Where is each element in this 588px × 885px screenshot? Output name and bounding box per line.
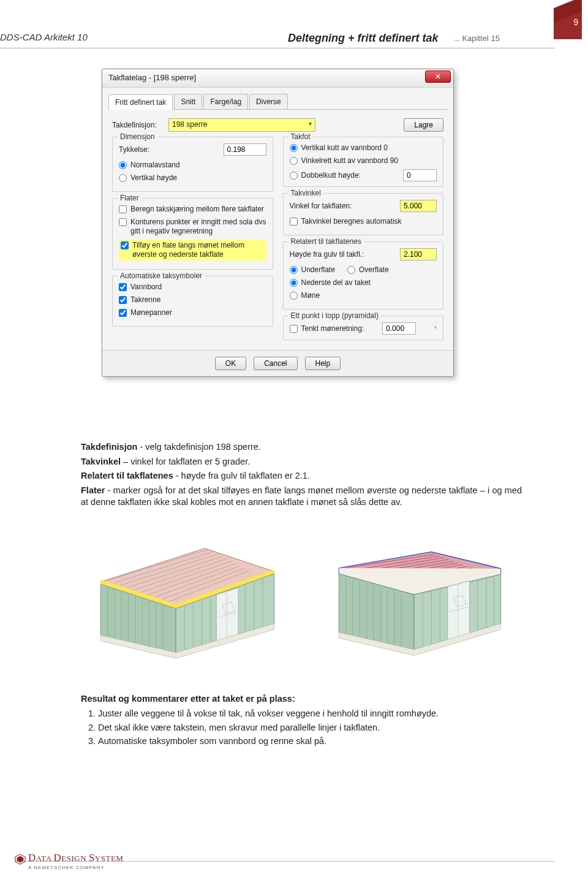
svg-marker-61 [448,581,470,641]
underflate-radio[interactable]: Underflate [290,265,335,275]
relatert-title: Relatert til takflatenes [288,237,364,246]
takflatelag-dialog: Takflatelag - [198 sperre] ✕ Fritt defin… [102,69,454,377]
hoyde-label: Høyde fra gulv til takfl.: [290,250,364,259]
shed-left [83,533,292,662]
tab-diverse[interactable]: Diverse [249,94,288,109]
description-text: Takdefinisjon - velg takdefinisjon 198 s… [81,441,522,511]
results-text: Resultat og kommentarer etter at taket e… [81,693,522,748]
takvinkel-title: Takvinkel [288,189,323,197]
logo-icon [15,854,26,865]
takvinkel-auto-checkbox[interactable]: Takvinkel beregnes automatisk [290,217,437,226]
nederste-radio[interactable]: Nederste del av taket [290,278,437,287]
vinkelrett-kutt-90-radio[interactable]: Vinkelrett kutt av vannbord 90 [290,156,437,165]
dialog-titlebar[interactable]: Takflatelag - [198 sperre] ✕ [102,69,453,88]
cancel-button[interactable]: Cancel [254,357,297,370]
result-item-2: Det skal ikke være takstein, men skravur… [98,721,522,734]
takrenne-checkbox[interactable]: Takrenne [119,295,266,305]
lagre-button[interactable]: Lagre [404,118,443,132]
shed-illustrations [83,533,518,662]
header-rule [0,48,555,48]
dimensjon-group: Dimensjon Tykkelse: Normalavstand Vertik… [112,137,273,192]
vertikal-hoyde-radio[interactable]: Vertikal høyde [119,173,266,183]
svg-marker-67 [17,856,24,863]
ok-button[interactable]: OK [215,357,246,370]
close-button[interactable]: ✕ [425,70,451,83]
mone-radio[interactable]: Møne [290,291,437,300]
shed-right [310,533,518,662]
takdefinisjon-row: Takdefinisjon: 198 sperre Lagre [112,118,443,132]
flater-title: Flater [118,194,141,202]
page-number: 9 [573,17,578,27]
logo-subtitle: A NEMETSCHEK COMPANY [28,865,123,870]
tilfoy-checkbox[interactable]: Tilføy en flate langs mønet mellom øvers… [119,240,266,260]
vinkel-input[interactable] [400,200,437,212]
normalavstand-radio[interactable]: Normalavstand [119,161,266,170]
result-item-1: Juster alle veggene til å vokse til tak,… [98,707,522,720]
pyramidal-group: Ett punkt i topp (pyramidal) Tenkt møner… [283,316,444,340]
takfot-group: Takfot Vertikal kutt av vannbord 0 Vinke… [283,137,444,187]
overflate-radio[interactable]: Overflate [347,265,389,275]
header-title: Deltegning + fritt definert tak [288,32,439,45]
hoyde-input[interactable] [400,248,437,260]
dds-logo: DATA DESIGN SYSTEM A NEMETSCHEK COMPANY [15,852,123,870]
dialog-title: Takflatelag - [198 sperre] [108,73,196,82]
relatert-group: Relatert til takflatenes Høyde fra gulv … [283,241,444,310]
tab-fritt-definert-tak[interactable]: Fritt definert tak [108,94,173,110]
kontur-checkbox[interactable]: Konturens punkter er inngitt med sola dv… [119,218,266,236]
pyramidal-title: Ett punkt i topp (pyramidal) [288,311,381,320]
takdefinisjon-label: Takdefinisjon: [112,121,164,129]
dobbelkutt-input[interactable] [403,169,437,181]
autosymboler-group: Automatiske taksymboler Vannbord Takrenn… [112,276,273,327]
tenkt-checkbox[interactable]: Tenkt møneretning: [290,324,364,333]
takfot-title: Takfot [288,132,313,141]
vinkel-label: Vinkel for takflaten: [290,202,352,210]
vannbord-checkbox[interactable]: Vannbord [119,283,266,292]
results-title: Resultat og kommentarer etter at taket e… [81,693,522,705]
dialog-tabs: Fritt definert tak Snitt Farge/lag Diver… [108,94,447,110]
takdefinisjon-select[interactable]: 198 sperre [168,118,315,132]
tab-snitt[interactable]: Snitt [174,94,202,109]
dimensjon-title: Dimensjon [118,132,157,141]
page-number-badge: 9 [554,11,582,39]
header-product: DDS-CAD Arkitekt 10 [0,32,88,42]
dialog-body: Takdefinisjon: 198 sperre Lagre Dimensjo… [102,110,453,350]
help-button[interactable]: Help [305,357,341,370]
tykkelse-label: Tykkelse: [119,145,149,154]
beregn-checkbox[interactable]: Beregn takskjæring mellom flere takflate… [119,205,266,214]
dobbelkutt-radio[interactable]: Dobbelkutt høyde: [290,171,361,180]
dialog-footer: OK Cancel Help [102,350,453,376]
degree-icon: ° [434,325,437,332]
header-chapter: ... Kapittel 15 [453,34,500,43]
vertikal-kutt-0-radio[interactable]: Vertikal kutt av vannbord 0 [290,143,437,153]
result-item-3: Automatiske taksymboler som vannbord og … [98,735,522,747]
tenkt-input[interactable] [382,322,416,335]
flater-group: Flater Beregn takskjæring mellom flere t… [112,198,273,270]
monepanner-checkbox[interactable]: Mønepanner [119,308,266,317]
autosymboler-title: Automatiske taksymboler [118,272,205,280]
takvinkel-group: Takvinkel Vinkel for takflaten: Takvinke… [283,193,444,235]
tab-farge-lag[interactable]: Farge/lag [203,94,248,109]
tykkelse-input[interactable] [224,143,266,156]
